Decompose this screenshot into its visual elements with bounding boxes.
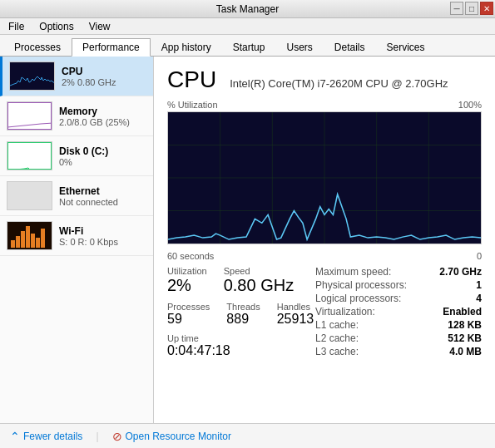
logical-row: Logical processors: 4 xyxy=(315,293,482,304)
sidebar: CPU 2% 0.80 GHz Memory 2.0/8.0 GB (25%) xyxy=(0,57,154,423)
max-speed-row: Maximum speed: 2.70 GHz xyxy=(315,266,482,278)
logical-val: 4 xyxy=(476,293,482,304)
close-button[interactable]: ✕ xyxy=(480,2,493,15)
processes-block: Processes 59 xyxy=(167,302,210,327)
memory-sidebar-info: Memory 2.0/8.0 GB (25%) xyxy=(59,106,146,127)
processes-value: 59 xyxy=(167,312,210,327)
max-speed-key: Maximum speed: xyxy=(315,266,391,278)
cpu-sidebar-info: CPU 2% 0.80 GHz xyxy=(62,66,146,87)
wifi-bar-4 xyxy=(26,226,30,248)
tab-services[interactable]: Services xyxy=(376,37,436,56)
utilization-stat-value: 2% xyxy=(167,276,207,295)
menu-options[interactable]: Options xyxy=(36,19,77,34)
tab-details[interactable]: Details xyxy=(324,37,376,56)
stats-details-row: Utilization 2% Speed 0.80 GHz Processes … xyxy=(167,266,482,359)
tab-startup[interactable]: Startup xyxy=(222,37,276,56)
threads-value: 889 xyxy=(226,312,260,327)
disk-sidebar-name: Disk 0 (C:) xyxy=(59,145,146,157)
logical-key: Logical processors: xyxy=(315,293,401,304)
l3-val: 4.0 MB xyxy=(449,346,482,357)
utilization-label: % Utilization xyxy=(167,100,218,110)
max-speed-val: 2.70 GHz xyxy=(439,266,482,278)
sidebar-item-memory[interactable]: Memory 2.0/8.0 GB (25%) xyxy=(0,96,153,136)
wifi-bar-7 xyxy=(41,229,45,248)
menu-file[interactable]: File xyxy=(5,19,27,34)
l1-val: 128 KB xyxy=(448,319,482,331)
speed-stat-label: Speed xyxy=(224,266,294,276)
cpu-sidebar-name: CPU xyxy=(62,66,146,77)
tab-users[interactable]: Users xyxy=(275,37,323,56)
wifi-sidebar-value: S: 0 R: 0 Kbps xyxy=(59,237,146,247)
ethernet-sidebar-value: Not connected xyxy=(59,197,146,207)
tab-processes[interactable]: Processes xyxy=(3,37,72,56)
virt-row: Virtualization: Enabled xyxy=(315,306,482,318)
resource-monitor-link[interactable]: ⊘ Open Resource Monitor xyxy=(112,430,231,443)
disk-thumbnail xyxy=(7,141,52,170)
cpu-sidebar-value: 2% 0.80 GHz xyxy=(62,77,146,87)
physical-key: Physical processors: xyxy=(315,279,407,291)
wifi-bar-5 xyxy=(31,234,35,248)
bottom-separator: | xyxy=(96,431,98,442)
fewer-details-button[interactable]: ⌃ Fewer details xyxy=(10,430,82,443)
window-controls: ─ □ ✕ xyxy=(450,2,493,15)
time-label: 60 seconds xyxy=(167,251,214,261)
menu-view[interactable]: View xyxy=(86,19,114,34)
sidebar-item-wifi[interactable]: Wi-Fi S: 0 R: 0 Kbps xyxy=(0,216,153,256)
proc-thread-handle-row: Processes 59 Threads 889 Handles 25913 xyxy=(167,302,314,327)
cpu-header: CPU Intel(R) Core(TM) i7-2620M CPU @ 2.7… xyxy=(167,66,482,93)
max-label: 100% xyxy=(458,100,482,110)
cpu-chart xyxy=(167,111,482,244)
memory-thumbnail xyxy=(7,101,52,130)
disk-sidebar-info: Disk 0 (C:) 0% xyxy=(59,145,146,167)
tab-app-history[interactable]: App history xyxy=(151,37,222,56)
window-title: Task Manager xyxy=(216,3,279,15)
l3-key: L3 cache: xyxy=(315,346,359,357)
maximize-button[interactable]: □ xyxy=(465,2,478,15)
cpu-thumbnail xyxy=(9,62,55,91)
bottom-bar: ⌃ Fewer details | ⊘ Open Resource Monito… xyxy=(0,423,495,448)
cpu-panel: CPU Intel(R) Core(TM) i7-2620M CPU @ 2.7… xyxy=(154,57,495,423)
sidebar-item-disk[interactable]: Disk 0 (C:) 0% xyxy=(0,136,153,176)
cpu-panel-title: CPU xyxy=(167,66,216,93)
wifi-sidebar-info: Wi-Fi S: 0 R: 0 Kbps xyxy=(59,225,146,247)
ethernet-sidebar-name: Ethernet xyxy=(59,185,146,197)
chart-label-top: % Utilization 100% xyxy=(167,100,482,110)
l2-row: L2 cache: 512 KB xyxy=(315,332,482,344)
tab-bar: Processes Performance App history Startu… xyxy=(0,35,495,57)
wifi-bar-3 xyxy=(21,231,25,248)
utilization-stat-label: Utilization xyxy=(167,266,207,276)
minimize-button[interactable]: ─ xyxy=(450,2,463,15)
left-stats: Utilization 2% Speed 0.80 GHz Processes … xyxy=(167,266,314,359)
right-details: Maximum speed: 2.70 GHz Physical process… xyxy=(315,266,482,359)
ethernet-sidebar-info: Ethernet Not connected xyxy=(59,185,146,207)
disk-sidebar-value: 0% xyxy=(59,157,146,167)
sidebar-item-cpu[interactable]: CPU 2% 0.80 GHz xyxy=(0,57,153,96)
l1-key: L1 cache: xyxy=(315,319,359,331)
cpu-model: Intel(R) Core(TM) i7-2620M CPU @ 2.70GHz xyxy=(230,77,448,90)
title-bar: Task Manager ─ □ ✕ xyxy=(0,0,495,18)
resource-monitor-label: Open Resource Monitor xyxy=(126,431,231,442)
physical-row: Physical processors: 1 xyxy=(315,279,482,291)
wifi-bar-2 xyxy=(16,236,20,249)
memory-sidebar-name: Memory xyxy=(59,106,146,117)
threads-label: Threads xyxy=(226,302,260,312)
chart-label-bottom: 60 seconds 0 xyxy=(167,251,482,261)
wifi-thumbnail xyxy=(7,221,52,250)
monitor-icon: ⊘ xyxy=(112,430,122,443)
handles-label: Handles xyxy=(277,302,314,312)
tab-performance[interactable]: Performance xyxy=(72,38,151,57)
uptime-label: Up time xyxy=(167,333,314,343)
handles-value: 25913 xyxy=(277,312,314,327)
sidebar-item-ethernet[interactable]: Ethernet Not connected xyxy=(0,176,153,216)
wifi-sidebar-name: Wi-Fi xyxy=(59,225,146,237)
wifi-bar-1 xyxy=(11,240,15,248)
chevron-up-icon: ⌃ xyxy=(10,430,20,443)
main-content: CPU 2% 0.80 GHz Memory 2.0/8.0 GB (25%) xyxy=(0,57,495,423)
menu-bar: File Options View xyxy=(0,18,495,35)
ethernet-thumbnail xyxy=(7,181,52,210)
l3-row: L3 cache: 4.0 MB xyxy=(315,346,482,357)
l2-key: L2 cache: xyxy=(315,332,359,344)
virt-key: Virtualization: xyxy=(315,306,375,318)
speed-block: Speed 0.80 GHz xyxy=(224,266,294,295)
virt-val: Enabled xyxy=(443,306,482,318)
